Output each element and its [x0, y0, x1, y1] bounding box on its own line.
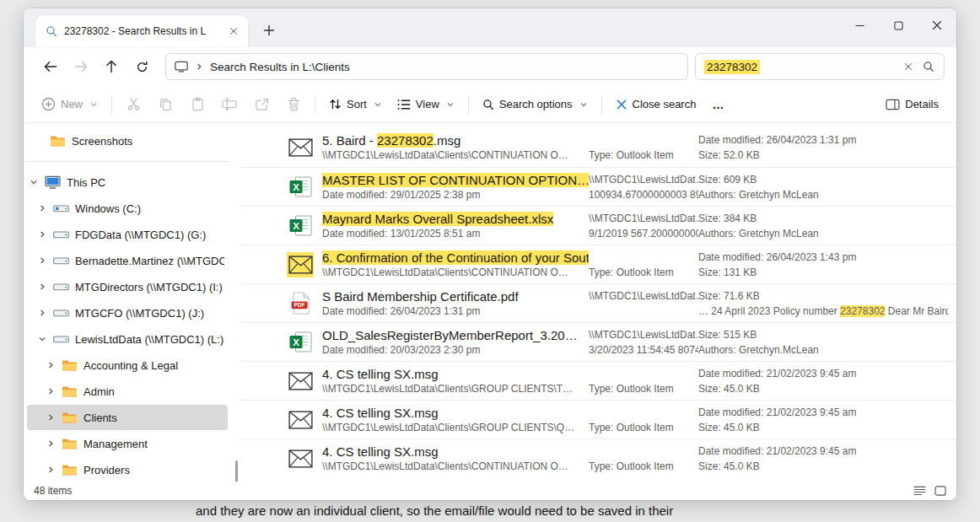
file-detail-1: Date modified: 26/04/2023 1:31 pm: [698, 132, 948, 148]
file-name: 5. Baird - 23278302.msg: [322, 132, 589, 148]
file-subline: \\MTGDC1\LewisLtdData\Clients\CONTINUATI…: [322, 266, 589, 280]
sort-button[interactable]: Sort: [321, 91, 390, 118]
file-meta-1: [589, 405, 698, 421]
search-box[interactable]: 23278302: [695, 53, 945, 80]
search-result-row[interactable]: XMaynard Marks Overall Spreadsheet.xlsxD…: [240, 206, 956, 245]
titlebar[interactable]: 23278302 - Search Results in L: [24, 8, 956, 47]
name-cell: 4. CS telling SX.msg\\MTGDC1\LewisLtdDat…: [322, 366, 589, 396]
refresh-button[interactable]: [127, 54, 157, 79]
chevron-right-icon[interactable]: [37, 309, 47, 317]
minimize-button[interactable]: [840, 8, 879, 42]
forward-button[interactable]: [66, 54, 96, 79]
search-icon[interactable]: [918, 57, 939, 77]
sidebar-item-providers[interactable]: Providers: [27, 457, 228, 482]
outlook-item-icon: [287, 407, 314, 433]
file-detail-2: Authors: Gretchyn McLean: [698, 188, 948, 202]
chevron-right-icon[interactable]: [46, 439, 56, 448]
search-result-row[interactable]: XOLD_SalesRegisterByMemberReport_3.20…Da…: [240, 322, 956, 361]
rename-button[interactable]: [214, 91, 245, 118]
details-view-icon[interactable]: [913, 486, 926, 496]
close-button[interactable]: [918, 8, 956, 42]
sidebar-item-lewisltddata-mtgdc1-l[interactable]: LewisLtdData (\\MTGDC1) (L:): [27, 326, 228, 352]
folder-icon: [62, 385, 78, 398]
file-name: Maynard Marks Overall Spreadsheet.xlsx: [322, 211, 589, 227]
sidebar-item-mtgcfo-mtgdc1-j[interactable]: MTGCFO (\\MTGDC1) (J:): [27, 300, 228, 326]
new-button[interactable]: New: [34, 91, 105, 118]
navigation-bar: Search Results in L:\Clients 23278302: [24, 47, 956, 86]
search-result-row[interactable]: 4. CS telling SX.msg\\MTGDC1\LewisLtdDat…: [240, 361, 956, 400]
paste-button[interactable]: [182, 91, 213, 118]
sidebar-item-label: Accounting & Legal: [83, 359, 178, 372]
chevron-right-icon[interactable]: [46, 465, 56, 474]
chevron-down-icon[interactable]: [37, 335, 47, 343]
back-button[interactable]: [35, 54, 66, 79]
sidebar-item-accounting-legal[interactable]: Accounting & Legal: [27, 352, 228, 378]
search-highlight: Maynard Marks Overall Spreadsheet.xlsx: [322, 212, 553, 226]
search-result-row[interactable]: 5. Baird - 23278302.msg\\MTGDC1\LewisLtd…: [240, 128, 956, 167]
search-result-row[interactable]: 4. CS telling SX.msg\\MTGDC1\LewisLtdDat…: [240, 439, 956, 477]
details-cell: Date modified: 26/04/2023 1:43 pmSize: 1…: [698, 250, 951, 280]
search-query[interactable]: 23278302: [704, 60, 760, 74]
search-result-row[interactable]: PDFS Baird Membership Certificate.pdfDat…: [240, 283, 956, 322]
chevron-right-icon[interactable]: [46, 361, 56, 369]
search-results-list: 5. Baird - 23278302.msg\\MTGDC1\LewisLtd…: [240, 123, 956, 482]
sidebar-item-label: MTGCFO (\\MTGDC1) (J:): [75, 307, 204, 320]
chevron-down-icon[interactable]: [29, 178, 39, 186]
new-tab-button[interactable]: [258, 19, 280, 41]
chevron-right-icon[interactable]: [37, 256, 47, 265]
chevron-right-icon[interactable]: [46, 413, 56, 422]
chevron-right-icon[interactable]: [37, 230, 47, 239]
sidebar-item-clients[interactable]: Clients: [27, 405, 228, 430]
windows-drive-icon: [53, 203, 69, 214]
sidebar-item-fdgdata-mtgdc1-g[interactable]: FDGData (\\MTGDC1) (G:): [27, 222, 228, 247]
chevron-right-icon[interactable]: [37, 204, 47, 213]
search-result-row[interactable]: 6. Confirmation of the Continuation of y…: [240, 245, 956, 283]
folder-icon: [62, 412, 78, 424]
item-count: 48 items: [34, 485, 72, 497]
chevron-down-icon: [89, 100, 98, 109]
details-pane-button[interactable]: Details: [878, 91, 946, 118]
sidebar-item-management[interactable]: Management: [27, 431, 228, 456]
sidebar-item-bernadette-martinez-mtgdc1-h[interactable]: Bernadette.Martinez (\\MTGDC1) (H: [27, 248, 228, 273]
breadcrumb[interactable]: Search Results in L:\Clients: [210, 61, 350, 73]
copy-button[interactable]: [150, 91, 180, 118]
meta-cell: Type: Outlook Item: [589, 444, 698, 474]
sidebar-item-admin[interactable]: Admin: [27, 379, 228, 404]
delete-button[interactable]: [278, 91, 309, 118]
folder-icon: [50, 135, 66, 148]
file-meta-1: [589, 132, 698, 148]
chevron-right-icon[interactable]: [46, 387, 56, 396]
sidebar-item-screenshots[interactable]: Screenshots: [27, 128, 228, 153]
file-subline: \\MTGDC1\LewisLtdData\Clients\GROUP CLIE…: [322, 421, 589, 435]
sidebar-item-this-pc[interactable]: This PC: [27, 170, 228, 195]
thumbnails-view-icon[interactable]: [934, 486, 946, 496]
maximize-button[interactable]: [879, 8, 918, 42]
meta-cell: Type: Outlook Item: [589, 366, 698, 396]
sidebar-scrollbar[interactable]: [235, 460, 238, 482]
name-cell: Maynard Marks Overall Spreadsheet.xlsxDa…: [322, 211, 589, 241]
view-label: View: [416, 98, 439, 110]
file-name: 4. CS telling SX.msg: [322, 366, 589, 382]
share-button[interactable]: [246, 91, 277, 118]
search-options-button[interactable]: Search options: [475, 91, 595, 118]
search-options-label: Search options: [499, 98, 573, 110]
explorer-tab[interactable]: 23278302 - Search Results in L: [35, 15, 248, 47]
search-result-row[interactable]: XMASTER LIST OF CONTINUATION OPTION…Date…: [240, 167, 956, 206]
chevron-right-icon[interactable]: [37, 283, 47, 291]
view-button[interactable]: View: [390, 91, 462, 118]
meta-cell: \\MTGDC1\LewisLtdDat…: [589, 288, 698, 319]
sidebar-item-windows-c[interactable]: Windows (C:): [27, 196, 228, 221]
up-button[interactable]: [96, 54, 127, 79]
cut-button[interactable]: [118, 91, 148, 118]
network-drive-icon: [53, 229, 69, 240]
sidebar-item-mtgdirectors-mtgdc1-i[interactable]: MTGDirectors (\\MTGDC1) (I:): [27, 274, 228, 299]
breadcrumb-chevron-icon[interactable]: [195, 62, 203, 71]
search-result-row[interactable]: 4. CS telling SX.msg\\MTGDC1\LewisLtdDat…: [240, 400, 956, 439]
clear-search-icon[interactable]: [898, 57, 918, 77]
address-bar[interactable]: Search Results in L:\Clients: [165, 53, 688, 80]
tab-close-icon[interactable]: [226, 24, 241, 39]
more-options-button[interactable]: …: [703, 91, 733, 118]
sidebar-item-label: This PC: [67, 176, 105, 189]
details-cell: Date modified: 21/02/2023 9:45 amSize: 4…: [698, 405, 951, 435]
close-search-button[interactable]: Close search: [608, 91, 704, 118]
